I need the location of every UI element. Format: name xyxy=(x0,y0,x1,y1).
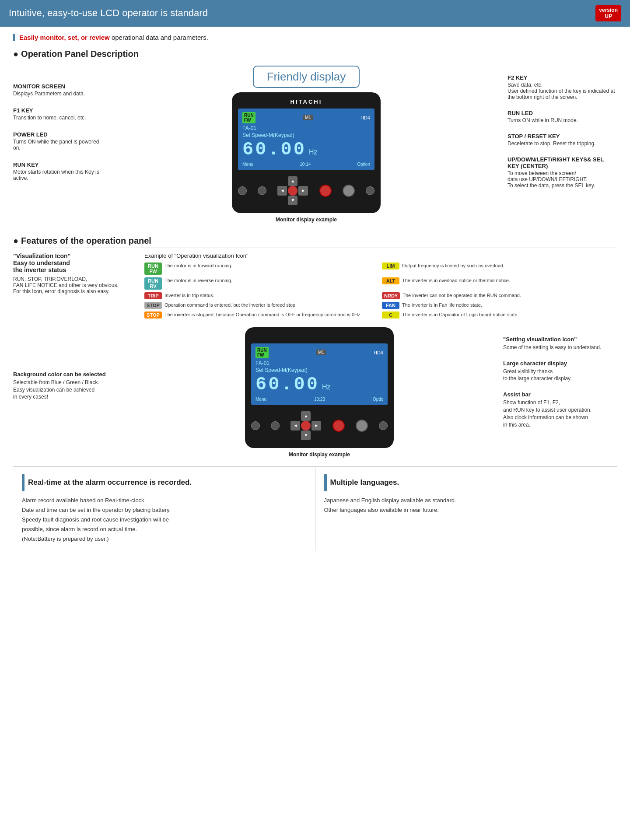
lcd-nav-down-row: ▼ xyxy=(288,196,298,205)
icons-grid: RUNFW The motor is in forward running. L… xyxy=(144,262,617,318)
lcd-nav-right[interactable]: ► xyxy=(298,186,308,196)
feat-annotation-large-char: Large character display Great visibility… xyxy=(503,360,617,383)
version-badge: version UP xyxy=(595,5,621,21)
icon-desc-alt: The inverter is in overload notice or th… xyxy=(402,277,510,284)
lcd-run-button[interactable] xyxy=(319,185,332,197)
icon-badge-nrdy: NRDY xyxy=(382,292,400,299)
lcd-nav-up-2[interactable]: ▲ xyxy=(301,411,311,421)
lcd-bottom-bar: Menu 10:14 Option xyxy=(242,162,370,167)
icon-row-stop-gray: STOP Operation command is entered, but t… xyxy=(144,302,379,309)
lcd-nav-up[interactable]: ▲ xyxy=(288,176,298,186)
panel-label-f1-key: F1 KEY Transition to home, cancel, etc. xyxy=(13,107,105,121)
lcd-run-button-2[interactable] xyxy=(332,420,345,432)
lcd-nav-right-2[interactable]: ► xyxy=(312,421,321,430)
device-brand: HITACHI xyxy=(238,98,374,105)
subtitle-rest: operational data and parameters. xyxy=(110,34,208,41)
features-top: "Visualization Icon"Easy to understandth… xyxy=(13,252,617,318)
lcd-number: 60.00 xyxy=(242,139,306,160)
panel-right-labels: F2 KEY Save data, etc.User defined funct… xyxy=(503,66,617,223)
bottom-col-alarm-title: Real-time at the alarm occurrence is rec… xyxy=(28,478,192,487)
lcd-run-fw: RUNFW xyxy=(242,112,256,123)
lcd-small-btn-right[interactable] xyxy=(366,186,374,195)
icon-desc-stop-gray: Operation command is entered, but the in… xyxy=(164,302,297,308)
feat-annotation-bg: Background color can be selected Selecta… xyxy=(13,371,136,401)
lcd-small-btn-left2-2[interactable] xyxy=(271,421,280,430)
lcd-nav-up-row-2: ▲ xyxy=(301,411,311,421)
lcd-buttons-row-2: ▲ ◄ ► ▼ xyxy=(251,410,388,442)
lcd-small-btn-right-2[interactable] xyxy=(379,421,388,430)
bottom-col-bar-lang xyxy=(324,474,327,491)
lcd-param2-2: Set Speed-M(Keypad) xyxy=(256,367,383,373)
panel-right-f2-key: F2 KEY Save data, etc.User defined funct… xyxy=(508,74,617,100)
lcd-time: 10:14 xyxy=(300,162,311,167)
lcd-screen-2: RUNFW M1 HD4 FA-01 Set Speed-M(Keypad) 6… xyxy=(251,343,388,405)
bottom-col-lang-title: Multiple languages. xyxy=(330,478,399,487)
icon-examples: Example of "Operation visualization Icon… xyxy=(144,252,617,318)
subtitle: Easily monitor, set, or review operation… xyxy=(13,34,617,41)
icon-badge-alt: ALT xyxy=(382,277,399,284)
friendly-display-bubble: Friendly display xyxy=(253,66,360,88)
icon-desc-stop-orange: The inverter is stopped, because Operati… xyxy=(164,312,362,318)
bottom-col-lang-header: Multiple languages. xyxy=(324,474,609,491)
panel-left-labels: MONITOR SCREEN Displays Parameters and d… xyxy=(13,66,109,223)
lcd-nav-down[interactable]: ▼ xyxy=(288,196,298,205)
operation-panel-heading: Operation Panel Description xyxy=(13,49,617,61)
lcd-nav-mid-row-2: ◄ ► xyxy=(290,421,321,430)
lcd-screen: RUNFW M1 HD4 FA-01 Set Speed-M(Keypad) 6… xyxy=(238,108,374,170)
icon-row-run-fw: RUNFW The motor is in forward running. xyxy=(144,262,379,275)
lcd-nav-left-2[interactable]: ◄ xyxy=(290,421,300,430)
feat-annotation-assist-bar: Assist bar Show function of F1, F2,and R… xyxy=(503,391,617,428)
icon-desc-fan: The inverter is in Fan life notice state… xyxy=(402,302,482,308)
lcd-device: HITACHI RUNFW M1 HD4 FA-01 Set Speed-M(K… xyxy=(232,92,381,213)
lcd-hd4-2: HD4 xyxy=(374,350,383,355)
lcd-bottom-bar-2: Menu 10:23 Optio xyxy=(256,397,383,402)
lcd-stop-button-2[interactable] xyxy=(356,420,368,432)
lcd-nav-cluster-2: ▲ ◄ ► ▼ xyxy=(290,411,321,440)
bottom-col-lang-text: Japanese and English display available a… xyxy=(324,496,609,515)
lcd-nav-down-row-2: ▼ xyxy=(301,430,311,440)
panel-caption-2: Monitor display example xyxy=(289,452,350,458)
bottom-col-bar-alarm xyxy=(22,474,24,491)
lcd-run-fw-2: RUNFW xyxy=(256,347,269,358)
lcd-nav-down-2[interactable]: ▼ xyxy=(301,430,311,440)
lcd-device-2: HITACHI RUNFW M1 HD4 FA-01 Set Speed-M(K… xyxy=(245,327,394,448)
lcd-option-2: Optio xyxy=(373,397,383,402)
features-middle-left: Background color can be selected Selecta… xyxy=(13,327,136,458)
lcd-small-btn-left[interactable] xyxy=(238,186,247,195)
icon-desc-nrdy: The inverter can not be operated in the … xyxy=(402,292,521,298)
header-title: Intuitive, easy-to-use LCD operator is s… xyxy=(9,7,208,19)
lcd-nav-center[interactable] xyxy=(288,186,298,196)
bottom-col-alarm-text: Alarm record available based on Real-tim… xyxy=(22,496,306,544)
lcd-hz: Hz xyxy=(309,148,318,156)
lcd-nav-cluster: ▲ ◄ ► ▼ xyxy=(277,176,308,205)
lcd-time-2: 10:23 xyxy=(314,397,325,402)
lcd-stop-button[interactable] xyxy=(343,185,355,197)
icon-badge-run-fw: RUNFW xyxy=(144,262,162,275)
panel-right-nav-keys: UP/DOWN/LEFT/RIGHT KEYS& SEL KEY (CENTER… xyxy=(508,156,617,189)
icon-row-fan: FAN The inverter is in Fan life notice s… xyxy=(382,302,617,309)
lcd-nav-center-2[interactable] xyxy=(301,421,311,430)
panel-center: Friendly display HITACHI RUNFW M1 HD4 FA… xyxy=(109,66,503,223)
panel-label-monitor-screen: MONITOR SCREEN Displays Parameters and d… xyxy=(13,83,105,97)
main-content: Easily monitor, set, or review operation… xyxy=(0,27,630,558)
icon-desc-trip: Inverter is in trip status. xyxy=(164,292,214,298)
icon-badge-trip: TRIP xyxy=(144,292,162,299)
icon-examples-title: Example of "Operation visualization Icon… xyxy=(144,252,617,259)
lcd-nav-left[interactable]: ◄ xyxy=(277,186,287,196)
lcd-menu: Menu xyxy=(242,162,253,167)
panel-caption: Monitor display example xyxy=(276,217,337,223)
lcd-menu-2: Menu xyxy=(256,397,266,402)
lcd-option: Option xyxy=(357,162,370,167)
bottom-col-lang: Multiple languages. Japanese and English… xyxy=(315,467,617,551)
panel-right-stop-key: STOP / RESET KEY Decelerate to stop, Res… xyxy=(508,133,617,147)
lcd-small-btn-left2[interactable] xyxy=(258,186,266,195)
feat-annotation-setting-viz: "Setting visualization icon" Some of the… xyxy=(503,336,617,351)
icon-badge-c: C xyxy=(382,312,399,318)
icon-badge-stop-gray: STOP xyxy=(144,302,162,309)
icon-badge-run-rv: RUNRV xyxy=(144,277,162,290)
lcd-nav-up-row: ▲ xyxy=(288,176,298,186)
lcd-small-btn-left-2[interactable] xyxy=(251,421,260,430)
icon-desc-lim: Output frequency is limited by such as o… xyxy=(402,262,504,269)
lcd-buttons-row: ▲ ◄ ► ▼ xyxy=(238,175,374,207)
lcd-param1: FA-01 xyxy=(242,125,370,131)
